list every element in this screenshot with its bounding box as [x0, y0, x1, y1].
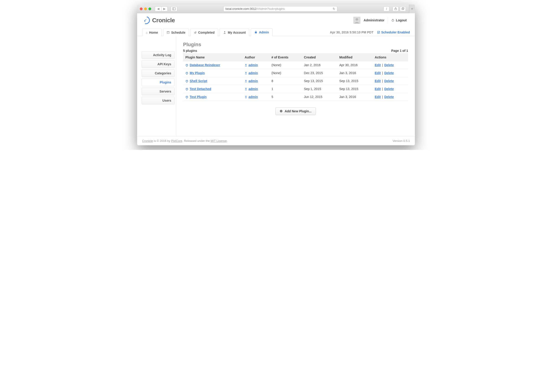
add-plugin-button[interactable]: Add New Plugin... [275, 107, 316, 115]
modified-cell: Jan 3, 2016 [337, 93, 373, 101]
created-cell: Sep 13, 2015 [302, 77, 337, 85]
sidebar-item-plugins[interactable]: Plugins [142, 78, 175, 86]
home-icon: ⌂ [146, 31, 148, 34]
plug-icon [185, 95, 188, 99]
add-plugin-label: Add New Plugin... [285, 109, 312, 113]
col-plugin-name: Plugin Name [183, 54, 242, 61]
delete-link[interactable]: Delete [384, 63, 394, 67]
tab-my-account[interactable]: My Account [219, 29, 249, 36]
reader-button[interactable]: i [384, 6, 389, 11]
edit-link[interactable]: Edit [375, 79, 381, 83]
edit-link[interactable]: Edit [375, 87, 381, 91]
plugins-table: Plugin Name Author # of Events Created M… [183, 54, 408, 101]
author-link[interactable]: admin [248, 87, 258, 91]
author-link[interactable]: admin [248, 71, 258, 75]
plugin-name-link[interactable]: Test Plugin [190, 95, 207, 99]
author-link[interactable]: admin [248, 63, 258, 67]
app-logo[interactable]: Cronicle [142, 16, 175, 24]
tab-label: Schedule [171, 31, 185, 34]
plugin-name-link[interactable]: Shell Script [190, 79, 207, 83]
logo-icon [141, 15, 151, 26]
svg-rect-4 [402, 7, 404, 9]
url-path: /#Admin?sub=plugins [256, 7, 285, 10]
zoom-window-icon[interactable] [148, 7, 151, 10]
history-icon: ↺ [194, 31, 196, 34]
sidebar-item-categories[interactable]: Categories [142, 69, 175, 77]
tab-label: Home [149, 31, 158, 34]
delete-link[interactable]: Delete [384, 79, 394, 83]
col-actions: Actions [373, 54, 408, 61]
svg-rect-8 [167, 31, 169, 33]
events-cell: (None) [269, 61, 302, 69]
plug-icon [185, 87, 188, 91]
delete-link[interactable]: Delete [384, 87, 394, 91]
forward-button[interactable]: ▶ [161, 6, 167, 11]
plug-icon [185, 63, 188, 67]
events-cell: 5 [269, 93, 302, 101]
tab-schedule[interactable]: Schedule [163, 29, 189, 36]
created-cell: Dec 23, 2015 [302, 69, 337, 77]
sidebar-item-servers[interactable]: Servers [142, 88, 175, 95]
table-row: My Pluginadmin(None)Dec 23, 2015Jan 3, 2… [183, 69, 408, 77]
modified-cell: Jan 3, 2016 [337, 69, 373, 77]
created-cell: Sep 1, 2015 [302, 85, 337, 93]
sidebar-item-api-keys[interactable]: API Keys [142, 60, 175, 68]
logout-button[interactable]: Logout [388, 17, 410, 23]
footer-license-link[interactable]: MIT License [211, 139, 227, 143]
footer: Cronicle is © 2016 by PixlCore. Released… [137, 136, 415, 145]
user-icon [245, 80, 247, 83]
main-tabbar: ⌂ Home Schedule ↺ Completed My Account [137, 26, 415, 36]
user-icon [245, 88, 247, 91]
edit-link[interactable]: Edit [375, 95, 381, 99]
timestamp: Apr 30, 2016 5:50:10 PM PDT [330, 30, 373, 34]
calendar-icon [167, 31, 170, 34]
plugin-name-link[interactable]: My Plugin [190, 71, 205, 75]
plugin-name-link[interactable]: Test Detached [190, 87, 211, 91]
user-icon [245, 72, 247, 75]
table-row: Database Reindexeradmin(None)Jan 2, 2016… [183, 61, 408, 69]
tab-completed[interactable]: ↺ Completed [190, 29, 218, 36]
new-tab-button[interactable]: + [409, 5, 415, 13]
events-cell: (None) [269, 69, 302, 77]
close-window-icon[interactable] [140, 7, 143, 10]
tab-admin[interactable]: Admin [251, 28, 273, 36]
table-row: Test Pluginadmin5Jun 12, 2015Jan 3, 2016… [183, 93, 408, 101]
lock-icon [254, 31, 257, 34]
delete-link[interactable]: Delete [384, 71, 394, 75]
sidebar-item-activity-log[interactable]: Activity Log [142, 51, 175, 59]
tabs-button[interactable] [400, 6, 406, 11]
svg-point-14 [246, 64, 247, 65]
back-button[interactable]: ◀ [155, 6, 161, 11]
svg-point-16 [246, 80, 247, 81]
page-title: Plugins [183, 42, 408, 48]
reload-icon[interactable]: ↻ [333, 7, 335, 10]
author-link[interactable]: admin [248, 79, 258, 83]
avatar[interactable] [353, 17, 360, 24]
logout-label: Logout [396, 18, 407, 22]
minimize-window-icon[interactable] [144, 7, 147, 10]
author-link[interactable]: admin [248, 95, 258, 99]
tab-label: Admin [259, 30, 269, 34]
footer-company-link[interactable]: PixlCore [171, 139, 182, 143]
sidebar-toggle-button[interactable] [171, 6, 177, 11]
edit-link[interactable]: Edit [375, 63, 381, 67]
check-icon: ☑ [377, 30, 380, 34]
footer-product-link[interactable]: Cronicle [142, 139, 153, 143]
app-name: Cronicle [152, 17, 175, 24]
col-modified: Modified [337, 54, 373, 61]
svg-rect-13 [255, 32, 257, 33]
table-row: Test Detachedadmin1Sep 1, 2015Sep 13, 20… [183, 85, 408, 93]
tab-home[interactable]: ⌂ Home [142, 29, 162, 36]
share-button[interactable] [392, 6, 399, 11]
scheduler-enabled-toggle[interactable]: ☑ Scheduler Enabled [377, 30, 410, 34]
delete-link[interactable]: Delete [384, 95, 394, 99]
user-label: Administrator [364, 18, 385, 22]
edit-link[interactable]: Edit [375, 71, 381, 75]
svg-point-18 [246, 96, 247, 97]
page-indicator: Page 1 of 1 [391, 49, 408, 53]
events-cell: 8 [269, 77, 302, 85]
url-bar[interactable]: local.cronicle.com:3012/#Admin?sub=plugi… [223, 6, 337, 12]
plugin-name-link[interactable]: Database Reindexer [190, 63, 220, 67]
sidebar-item-users[interactable]: Users [142, 97, 175, 104]
user-menu[interactable]: Administrator [360, 17, 388, 23]
